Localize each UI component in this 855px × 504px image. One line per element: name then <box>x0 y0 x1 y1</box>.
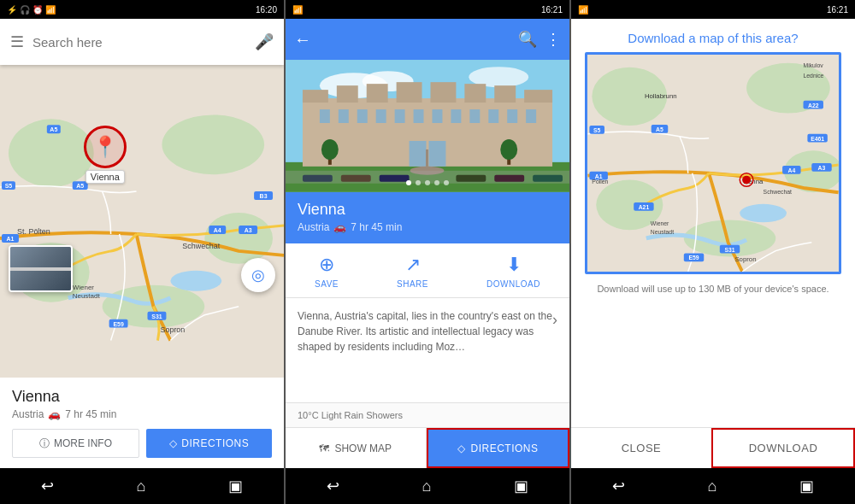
microphone-icon[interactable]: 🎤 <box>255 32 274 51</box>
share-action[interactable]: ↗ SHARE <box>397 254 428 289</box>
svg-text:Mikulov: Mikulov <box>804 62 824 68</box>
svg-rect-55 <box>488 109 498 123</box>
download-dialog-title: Download a map of this area? <box>571 19 855 52</box>
svg-rect-43 <box>464 84 486 103</box>
home-button-3[interactable]: ⌂ <box>701 471 724 502</box>
signal-icon: 📶 <box>45 5 56 15</box>
thumbnail-road <box>10 267 71 271</box>
menu-icon[interactable]: ☰ <box>10 32 24 51</box>
search-toolbar: ☰ 🎤 <box>0 19 284 65</box>
thumbnail-image <box>10 247 71 290</box>
download-label: DOWNLOAD <box>486 279 540 289</box>
svg-point-6 <box>170 271 221 291</box>
dot-5 <box>444 180 449 185</box>
bluetooth-icon: ⚡ <box>7 5 17 15</box>
card-city-name: Vienna <box>12 388 272 406</box>
status-bar-right-3: 16:21 <box>827 5 848 15</box>
more-info-button[interactable]: ⓘ MORE INFO <box>12 429 139 458</box>
svg-text:A3: A3 <box>245 227 252 233</box>
search-icon-2[interactable]: 🔍 <box>518 30 537 49</box>
svg-text:A3: A3 <box>818 165 826 171</box>
svg-rect-48 <box>357 109 368 123</box>
close-dialog-button[interactable]: CLOSE <box>571 428 711 468</box>
screen2-place-detail: 📶 16:21 ← 🔍 ⋮ <box>286 0 569 504</box>
place-actions-bar: ⊕ SAVE ↗ SHARE ⬇ DOWNLOAD <box>286 243 569 298</box>
svg-rect-69 <box>380 175 410 182</box>
download-action[interactable]: ⬇ DOWNLOAD <box>486 254 540 289</box>
info-icon: ⓘ <box>39 437 50 451</box>
status-bar-1: ⚡ 🎧 ⏰ 📶 16:20 <box>0 0 284 19</box>
my-location-button[interactable]: ◎ <box>241 258 275 292</box>
place-name: Vienna <box>298 201 557 219</box>
map-svg: A5 A1 A21 A4 S31 E59 S5 A5 A3 B3 <box>0 65 284 378</box>
place-info-bar: Vienna Austria 🚗 7 hr 45 min <box>286 192 569 243</box>
dot-2 <box>416 180 421 185</box>
back-icon-2[interactable]: ← <box>294 30 311 50</box>
wifi-icon: 📶 <box>292 5 303 15</box>
image-carousel-dots <box>406 180 449 185</box>
vienna-marker[interactable]: 📍 Vienna <box>84 126 127 184</box>
directions-button[interactable]: ◇ DIRECTIONS <box>146 429 272 458</box>
screen3-download-map: 📶 16:21 Download a map of this area? <box>571 0 855 504</box>
back-button-1[interactable]: ↩ <box>34 470 61 502</box>
recents-button-3[interactable]: ▣ <box>793 470 821 502</box>
save-action[interactable]: ⊕ SAVE <box>315 254 339 289</box>
svg-text:A22: A22 <box>808 103 819 108</box>
street-view-thumbnail[interactable] <box>9 245 73 292</box>
show-map-button[interactable]: 🗺 SHOW MAP <box>286 428 427 468</box>
nav-bar-1: ↩ ⌂ ▣ <box>0 468 284 504</box>
status-bar-2: 📶 16:21 <box>286 0 569 19</box>
more-options-icon[interactable]: ⋮ <box>545 30 561 49</box>
svg-rect-57 <box>526 109 536 123</box>
svg-text:Hollabrunn: Hollabrunn <box>645 92 677 100</box>
svg-text:A5: A5 <box>76 183 84 189</box>
recents-button-2[interactable]: ▣ <box>507 470 535 502</box>
svg-text:B3: B3 <box>260 193 268 199</box>
svg-text:A1: A1 <box>7 236 15 242</box>
status-bar-right-2: 16:21 <box>541 5 563 15</box>
svg-text:E59: E59 <box>113 321 124 327</box>
svg-point-109 <box>742 176 751 185</box>
svg-text:S5: S5 <box>5 183 13 189</box>
headset-icon: 🎧 <box>20 5 30 15</box>
time-display-3: 16:21 <box>827 5 848 15</box>
svg-rect-71 <box>494 175 524 182</box>
home-button-2[interactable]: ⌂ <box>416 471 439 502</box>
time-display-1: 16:20 <box>256 5 277 15</box>
svg-rect-70 <box>456 175 486 182</box>
expand-icon[interactable]: › <box>552 308 557 331</box>
home-button-1[interactable]: ⌂ <box>130 471 153 502</box>
back-button-2[interactable]: ↩ <box>320 470 346 502</box>
back-button-3[interactable]: ↩ <box>605 470 632 502</box>
svg-text:Wiener: Wiener <box>651 220 669 226</box>
svg-text:S31: S31 <box>724 247 734 253</box>
alarm-icon: ⏰ <box>32 5 43 15</box>
svg-text:E59: E59 <box>688 255 699 261</box>
dot-3 <box>425 180 430 185</box>
svg-rect-59 <box>428 141 445 167</box>
directions-button-2[interactable]: ◇ DIRECTIONS <box>427 428 570 468</box>
svg-text:Lednice: Lednice <box>804 73 824 79</box>
description-text: Vienna, Austria's capital, lies in the c… <box>298 310 552 353</box>
svg-point-79 <box>740 204 787 222</box>
nav-icon-2: ◇ <box>457 442 466 454</box>
map-view[interactable]: A5 A1 A21 A4 S31 E59 S5 A5 A3 B3 <box>0 65 284 378</box>
svg-rect-39 <box>337 85 358 103</box>
svg-rect-58 <box>410 141 427 167</box>
svg-text:A5: A5 <box>656 126 663 132</box>
directions-label: DIRECTIONS <box>181 437 249 449</box>
svg-text:St. Pölten: St. Pölten <box>17 227 50 236</box>
svg-rect-38 <box>303 90 328 103</box>
download-icon: ⬇ <box>506 254 522 276</box>
svg-rect-54 <box>469 109 480 123</box>
screen1-map-view: ⚡ 🎧 ⏰ 📶 16:20 ☰ 🎤 <box>0 0 284 504</box>
svg-rect-46 <box>320 109 330 123</box>
svg-text:Wiener: Wiener <box>73 284 95 291</box>
download-info-text: Download will use up to 130 MB of your d… <box>571 274 855 427</box>
svg-point-63 <box>321 139 339 160</box>
place-subtitle-bar: Austria 🚗 7 hr 45 min <box>298 221 557 233</box>
svg-point-3 <box>204 213 273 264</box>
recents-button-1[interactable]: ▣ <box>221 470 250 502</box>
search-input[interactable] <box>32 26 246 57</box>
download-confirm-button[interactable]: DOWNLOAD <box>711 428 855 468</box>
